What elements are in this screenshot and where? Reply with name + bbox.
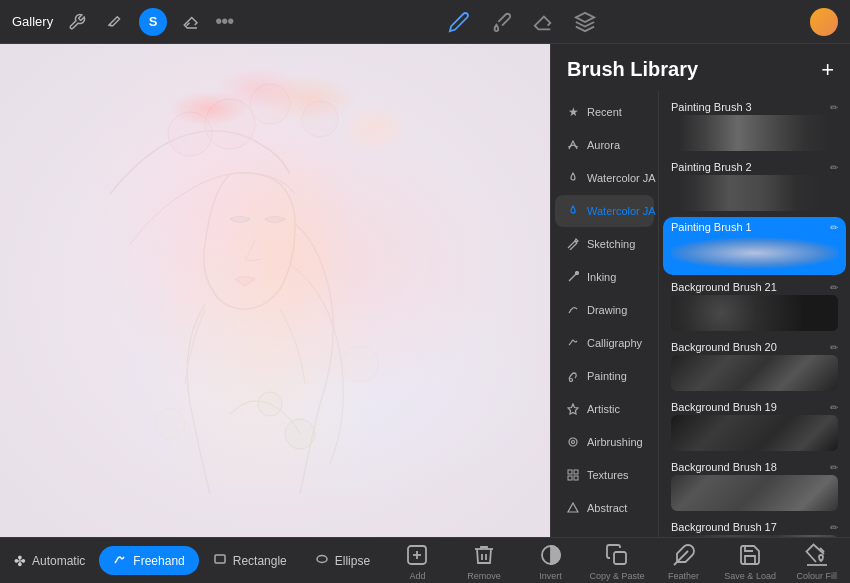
brush-item-bg20[interactable]: Background Brush 20 ✏ xyxy=(663,337,846,395)
category-item-calligraphy[interactable]: Calligraphy xyxy=(555,327,654,359)
category-label-watercolor-ja-10: Watercolor JA 1.0 xyxy=(587,172,659,184)
airbrushing-icon xyxy=(565,434,581,450)
category-item-textures[interactable]: Textures xyxy=(555,459,654,491)
automatic-sel-icon: ✤ xyxy=(14,553,26,569)
main-content: Brush Library + ★ Recent Aurora xyxy=(0,44,850,537)
pencil-tool-icon[interactable] xyxy=(445,8,473,36)
brush-preview-bg17 xyxy=(671,535,838,537)
svg-point-1 xyxy=(205,99,255,149)
selection-tools: ✤ Automatic Freehand Rectangle xyxy=(0,546,384,575)
add-brush-button[interactable]: + xyxy=(821,59,834,81)
selection-freehand[interactable]: Freehand xyxy=(99,546,198,575)
colour-fill-tool-label: Colour Fill xyxy=(796,571,837,581)
brush-name-painting3: Painting Brush 3 xyxy=(671,101,752,113)
inking-icon xyxy=(565,269,581,285)
svg-point-6 xyxy=(258,392,282,416)
selection-automatic[interactable]: ✤ Automatic xyxy=(0,547,99,575)
add-tool[interactable]: Add xyxy=(387,541,447,581)
category-item-watercolor-ja-10[interactable]: Watercolor JA 1.0 xyxy=(555,162,654,194)
brush-stroke-icon[interactable] xyxy=(487,8,515,36)
category-list: ★ Recent Aurora xyxy=(551,91,659,537)
brush-item-bg21[interactable]: Background Brush 21 ✏ xyxy=(663,277,846,335)
invert-tool[interactable]: Invert xyxy=(521,541,581,581)
selection-ellipse[interactable]: Ellipse xyxy=(301,546,384,575)
category-item-recent[interactable]: ★ Recent xyxy=(555,96,654,128)
eraser-icon[interactable] xyxy=(177,8,205,36)
wrench-icon[interactable] xyxy=(63,8,91,36)
svg-rect-14 xyxy=(574,470,578,474)
smudge-icon[interactable]: S xyxy=(139,8,167,36)
colour-fill-tool[interactable]: Colour Fill xyxy=(787,541,847,581)
copy-paste-tool-icon xyxy=(603,541,631,569)
aurora-icon xyxy=(565,137,581,153)
brush-preview-painting3 xyxy=(671,115,838,151)
category-item-aurora[interactable]: Aurora xyxy=(555,129,654,161)
top-left-tools: Gallery S ••• xyxy=(12,8,233,36)
category-item-abstract[interactable]: Abstract xyxy=(555,492,654,524)
user-avatar[interactable] xyxy=(810,8,838,36)
brush-preview-bg19 xyxy=(671,415,838,451)
brush-item-bg19[interactable]: Background Brush 19 ✏ xyxy=(663,397,846,455)
brush-edit-icon-bg19[interactable]: ✏ xyxy=(830,402,838,413)
category-label-artistic: Artistic xyxy=(587,403,620,415)
portrait-sketch xyxy=(0,44,550,537)
category-item-sketching[interactable]: Sketching xyxy=(555,228,654,260)
brush-edit-icon-painting1[interactable]: ✏ xyxy=(830,222,838,233)
painting-icon xyxy=(565,368,581,384)
category-item-charcoals[interactable]: Charcoals xyxy=(555,525,654,537)
category-item-drawing[interactable]: Drawing xyxy=(555,294,654,326)
brush-item-bg17[interactable]: Background Brush 17 ✏ xyxy=(663,517,846,537)
brush-edit-icon-bg17[interactable]: ✏ xyxy=(830,522,838,533)
brush-item-bg18[interactable]: Background Brush 18 ✏ xyxy=(663,457,846,515)
brush-edit-icon-bg20[interactable]: ✏ xyxy=(830,342,838,353)
brush-panel-header: Brush Library + xyxy=(551,44,850,91)
category-label-abstract: Abstract xyxy=(587,502,627,514)
category-label-drawing: Drawing xyxy=(587,304,627,316)
copy-paste-tool[interactable]: Copy & Paste xyxy=(587,541,647,581)
svg-marker-0 xyxy=(575,12,593,21)
more-options-icon[interactable]: ••• xyxy=(215,10,233,33)
eraser-tool-icon[interactable] xyxy=(529,8,557,36)
category-label-textures: Textures xyxy=(587,469,629,481)
category-label-calligraphy: Calligraphy xyxy=(587,337,642,349)
brush-edit-icon-painting2[interactable]: ✏ xyxy=(830,162,838,173)
gallery-button[interactable]: Gallery xyxy=(12,14,53,29)
brush-item-painting3[interactable]: Painting Brush 3 ✏ xyxy=(663,97,846,155)
category-item-watercolor-ja[interactable]: Watercolor JA xyxy=(555,195,654,227)
invert-tool-label: Invert xyxy=(539,571,562,581)
layers-icon[interactable] xyxy=(571,8,599,36)
category-label-watercolor-ja: Watercolor JA xyxy=(587,205,656,217)
category-label-aurora: Aurora xyxy=(587,139,620,151)
svg-point-4 xyxy=(302,101,338,137)
brush-item-painting1[interactable]: Painting Brush 1 ✏ xyxy=(663,217,846,275)
category-item-airbrushing[interactable]: Airbrushing xyxy=(555,426,654,458)
category-label-inking: Inking xyxy=(587,271,616,283)
category-item-artistic[interactable]: Artistic xyxy=(555,393,654,425)
textures-icon xyxy=(565,467,581,483)
brush-edit-icon-bg18[interactable]: ✏ xyxy=(830,462,838,473)
canvas-area[interactable] xyxy=(0,44,550,537)
top-right-tools xyxy=(810,8,838,36)
brush-preview-bg18 xyxy=(671,475,838,511)
brush-edit-icon-painting3[interactable]: ✏ xyxy=(830,102,838,113)
brush-item-painting2[interactable]: Painting Brush 2 ✏ xyxy=(663,157,846,215)
save-load-tool[interactable]: Save & Load xyxy=(720,541,780,581)
svg-point-7 xyxy=(342,346,378,382)
selection-rectangle[interactable]: Rectangle xyxy=(199,546,301,575)
feather-tool[interactable]: Feather xyxy=(654,541,714,581)
save-load-tool-icon xyxy=(736,541,764,569)
brush-edit-icon-bg21[interactable]: ✏ xyxy=(830,282,838,293)
svg-line-33 xyxy=(674,551,688,565)
category-item-inking[interactable]: Inking xyxy=(555,261,654,293)
svg-rect-13 xyxy=(568,470,572,474)
add-tool-icon xyxy=(403,541,431,569)
svg-marker-17 xyxy=(568,503,578,512)
rectangle-label: Rectangle xyxy=(233,554,287,568)
brush-name-painting2: Painting Brush 2 xyxy=(671,161,752,173)
calligraphy-icon xyxy=(565,335,581,351)
remove-tool[interactable]: Remove xyxy=(454,541,514,581)
category-item-painting[interactable]: Painting xyxy=(555,360,654,392)
svg-point-2 xyxy=(250,84,290,124)
automatic-label: Automatic xyxy=(32,554,85,568)
brush-tool-icon[interactable] xyxy=(101,8,129,36)
